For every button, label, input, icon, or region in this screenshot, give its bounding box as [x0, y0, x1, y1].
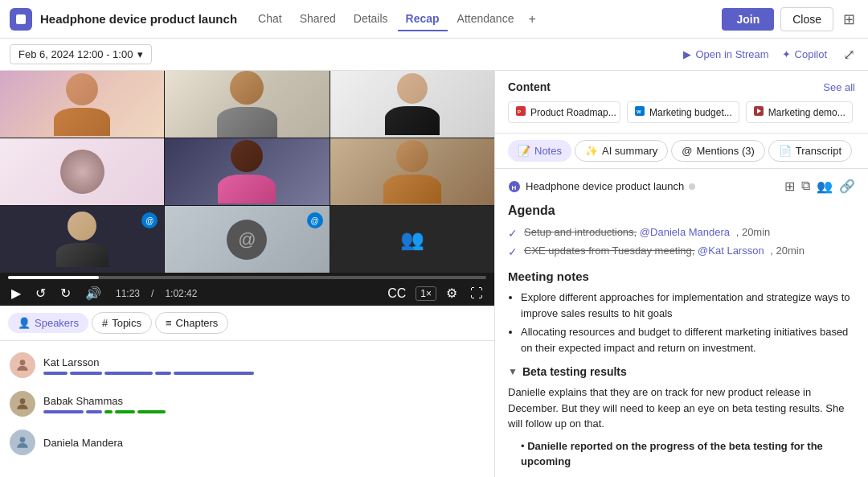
file-item-2[interactable]: W Marketing budget... [627, 101, 739, 123]
bullet-item-1: Explore different approaches for impleme… [521, 290, 855, 321]
speaker-name: Kat Larsson [43, 356, 485, 368]
video-cell-3 [330, 71, 494, 138]
ai-icon: ✨ [585, 145, 598, 157]
tab-notes[interactable]: 📝 Notes [508, 140, 571, 162]
copilot-button[interactable]: ✦ Copilot [782, 48, 827, 60]
svg-point-2 [20, 398, 26, 404]
people-icon[interactable]: 👥 [817, 179, 833, 194]
subheader-right: ▶ Open in Stream ✦ Copilot ⤢ [683, 43, 858, 67]
beta-title: Beta testing results [522, 365, 627, 378]
svg-text:H: H [512, 183, 517, 191]
tab-speakers[interactable]: 👤 Speakers [8, 313, 88, 333]
svg-rect-0 [16, 14, 26, 24]
tab-topics[interactable]: # Topics [92, 312, 152, 334]
total-time: 1:02:42 [165, 288, 197, 299]
settings-video-button[interactable]: ⚙ [443, 284, 461, 302]
file-icon-ppt: P [515, 105, 526, 119]
speed-button[interactable]: 1× [416, 286, 436, 301]
speaker-info: Daniela Mandera [43, 437, 485, 449]
notes-content: H Headphone device product launch ⊞ ⧉ 👥 … [495, 169, 868, 477]
tab-ai-summary[interactable]: ✨ AI summary [575, 140, 668, 162]
video-controls: ▶ ↺ ↻ 🔊 11:23 / 1:02:42 CC 1× ⚙ ⛶ [0, 273, 494, 306]
list-item: Kat Larsson [0, 346, 494, 384]
speaker-list: Kat Larsson Babak Shammas [0, 341, 494, 477]
play-button[interactable]: ▶ [8, 284, 24, 302]
tab-attendance[interactable]: Attendance [449, 7, 522, 31]
agenda-item-2: ✓ CXE updates from Tuesday meeting, @Kat… [508, 245, 855, 258]
list-item: Babak Shammas [0, 384, 494, 423]
meeting-notes-title: Meeting notes [508, 269, 855, 283]
svg-point-3 [20, 437, 26, 442]
mention-2[interactable]: @Kat Larsson [698, 245, 764, 257]
bar [155, 372, 171, 375]
chevron-down-icon: ▾ [137, 48, 143, 60]
chapters-icon: ≡ [166, 317, 172, 329]
notes-meeting-name: H Headphone device product launch [508, 180, 695, 193]
bullet-list: Explore different approaches for impleme… [508, 290, 855, 356]
bar [115, 410, 135, 413]
nav-tabs: Chat Shared Details Recap Attendance + [250, 7, 722, 31]
check-icon-1: ✓ [508, 227, 518, 240]
tab-details[interactable]: Details [346, 7, 396, 31]
video-cell-2 [165, 71, 329, 138]
subheader: Feb 6, 2024 12:00 - 1:00 ▾ ▶ Open in Str… [0, 39, 868, 71]
date-selector[interactable]: Feb 6, 2024 12:00 - 1:00 ▾ [10, 44, 152, 64]
tab-shared[interactable]: Shared [292, 7, 344, 31]
agenda-title: Agenda [508, 204, 855, 218]
copilot-icon: ✦ [782, 48, 791, 60]
speaker-tabs: 👤 Speakers # Topics ≡ Chapters [0, 306, 494, 341]
speaker-info: Babak Shammas [43, 395, 485, 413]
content-header: Content See all [508, 80, 855, 93]
bar [137, 410, 166, 413]
content-section: Content See all P Product Roadmap... W M… [495, 71, 868, 134]
beta-header[interactable]: ▼ Beta testing results [508, 365, 855, 378]
skip-forward-button[interactable]: ↻ [57, 284, 74, 302]
file-label-2: Marketing budget... [649, 107, 732, 118]
volume-button[interactable]: 🔊 [82, 284, 104, 302]
captions-button[interactable]: CC [384, 285, 409, 302]
speaker-name: Babak Shammas [43, 395, 485, 407]
avatar [10, 352, 35, 378]
speaker-icon: 👤 [18, 317, 31, 329]
tab-recap[interactable]: Recap [398, 7, 448, 31]
fullscreen-button[interactable]: ⛶ [467, 285, 486, 302]
avatar [10, 430, 35, 455]
speaker-info: Kat Larsson [43, 356, 485, 375]
speaker-name: Daniela Mandera [43, 437, 485, 449]
bar [86, 410, 102, 413]
join-button[interactable]: Join [722, 8, 774, 31]
open-in-stream-button[interactable]: ▶ Open in Stream [683, 48, 768, 60]
settings-icon[interactable]: ⊞ [840, 7, 858, 31]
file-label-1: Product Roadmap... [530, 107, 616, 118]
skip-back-button[interactable]: ↺ [32, 284, 49, 302]
tab-add[interactable]: + [523, 9, 540, 30]
video-grid: @ @ @ 👥 [0, 71, 494, 273]
video-cell-5 [165, 138, 329, 205]
bullet-item-2: Allocating resources and budget to diffe… [521, 324, 855, 356]
bar [70, 372, 102, 375]
tab-chat[interactable]: Chat [250, 7, 290, 31]
progress-bar-container[interactable] [8, 276, 486, 279]
tab-mentions[interactable]: @ Mentions (3) [671, 140, 764, 162]
file-item-1[interactable]: P Product Roadmap... [508, 101, 620, 123]
tab-chapters[interactable]: ≡ Chapters [155, 312, 228, 334]
share-icon[interactable]: ⊞ [784, 179, 795, 194]
link-icon[interactable]: 🔗 [839, 179, 855, 194]
app-icon [10, 8, 32, 31]
file-item-3[interactable]: Marketing demo... [746, 101, 853, 123]
copy-icon[interactable]: ⧉ [801, 179, 810, 194]
close-button[interactable]: Close [780, 7, 833, 31]
file-label-3: Marketing demo... [768, 107, 845, 118]
avatar [10, 391, 35, 417]
check-icon-2: ✓ [508, 245, 518, 258]
content-files: P Product Roadmap... W Marketing budget.… [508, 101, 855, 123]
tab-transcript[interactable]: 📄 Transcript [768, 140, 852, 162]
see-all-button[interactable]: See all [823, 81, 855, 93]
mention-1[interactable]: @Daniela Mandera [640, 226, 730, 238]
video-cell-6 [330, 138, 494, 205]
duration-2: , 20min [770, 245, 805, 257]
video-cell-7: @ [0, 206, 164, 273]
notes-tabs: 📝 Notes ✨ AI summary @ Mentions (3) 📄 Tr… [495, 134, 868, 169]
popout-icon[interactable]: ⤢ [840, 43, 858, 67]
main-content: @ @ @ 👥 ▶ ↺ [0, 71, 868, 477]
